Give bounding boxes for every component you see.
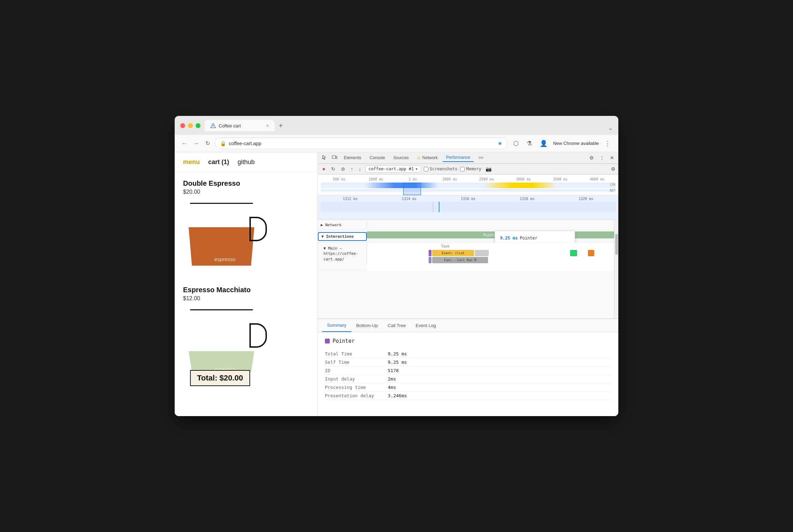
- cursor-line: [439, 202, 439, 212]
- network-track-label[interactable]: ▶ Network: [318, 221, 367, 229]
- summary-val-input-delay: 2ms: [388, 376, 396, 382]
- browser-window: Coffee cart × + ⌄ ← → ↻ 🔒 coffee-cart.ap…: [175, 116, 618, 416]
- summary-panel: Summary Bottom-Up Call Tree Event Log Po…: [318, 318, 618, 416]
- product-espresso-macchiato: Espresso Macchiato $12.00 espresso Total…: [183, 286, 309, 383]
- zoom-1316: 1316 ms: [439, 197, 498, 201]
- devtools-toolbar2: ● ↻ ⊘ ↑ ↓ coffee-cart.app #1 ▾ Screensho…: [318, 164, 618, 175]
- interactions-track-label[interactable]: ▼ Interactions: [318, 232, 367, 241]
- summary-pointer-badge: Pointer: [325, 338, 611, 344]
- tab-title: Coffee cart: [219, 123, 241, 128]
- screenshots-checkbox[interactable]: [424, 167, 428, 171]
- back-button[interactable]: ←: [180, 140, 189, 147]
- tab-console-button[interactable]: Console: [366, 154, 388, 162]
- tab-network-button[interactable]: ⚠ Network: [414, 154, 441, 162]
- summary-tab-summary[interactable]: Summary: [322, 319, 351, 332]
- close-devtools-button[interactable]: ✕: [609, 154, 616, 161]
- scrollbar-thumb[interactable]: [615, 234, 618, 255]
- address-input[interactable]: 🔒 coffee-cart.app ★: [215, 138, 508, 149]
- summary-key-presentation-delay: Presentation delay: [325, 393, 388, 398]
- flame-orange: [588, 250, 594, 256]
- summary-tabs: Summary Bottom-Up Call Tree Event Log: [318, 319, 618, 332]
- zoomed-selection[interactable]: [321, 202, 616, 212]
- reload-button[interactable]: ↻: [204, 139, 211, 147]
- cup-illustration[interactable]: espresso: [183, 199, 267, 276]
- flame-row-2: F...l Func...Call Run M: [429, 257, 488, 263]
- nav-cart-link[interactable]: cart (1): [208, 158, 229, 166]
- lab-button[interactable]: ⚗: [524, 139, 534, 148]
- website-panel: menu cart (1) github Double Espresso $20…: [175, 152, 318, 416]
- minimize-button[interactable]: [188, 123, 193, 128]
- flame-f-block[interactable]: F...l: [429, 257, 431, 263]
- session-selector[interactable]: coffee-cart.app #1 ▾: [365, 165, 421, 172]
- screenshots-checkbox-label[interactable]: Screenshots: [424, 167, 457, 171]
- tab-more-button[interactable]: >>: [475, 154, 487, 162]
- browser-content: menu cart (1) github Double Espresso $20…: [175, 152, 618, 416]
- more-options-button[interactable]: ⋮: [598, 154, 606, 161]
- interactions-track: ▼ Interactions Pointer 9.25 ms: [318, 230, 614, 243]
- settings-icon-button[interactable]: ⚙: [588, 154, 595, 161]
- security-icon: 🔒: [220, 141, 226, 146]
- maximize-button[interactable]: [196, 123, 201, 128]
- tab-elements-button[interactable]: Elements: [340, 154, 365, 162]
- memory-checkbox-label[interactable]: Memory: [460, 167, 481, 171]
- forward-button[interactable]: →: [192, 140, 201, 147]
- summary-tab-eventlog[interactable]: Event Log: [411, 319, 441, 332]
- flame-row-1: E...p Event: click: [429, 250, 489, 256]
- timeline-ruler: 500 ms 1000 ms 1 ms 2000 ms 2500 ms 3000…: [318, 176, 618, 183]
- summary-row-total-time: Total Time 9.25 ms: [325, 350, 611, 358]
- download-button[interactable]: ↓: [357, 165, 363, 172]
- close-button[interactable]: [180, 123, 185, 128]
- product-double-espresso: Double Espresso $20.00 espresso: [183, 179, 309, 276]
- pointer-interaction-bar[interactable]: Pointer: [367, 231, 614, 238]
- tracks-container: ▶ Network ▼ Interactions Pointer: [318, 220, 618, 318]
- nav-menu-link[interactable]: menu: [183, 158, 200, 166]
- summary-row-input-delay: Input delay 2ms: [325, 375, 611, 383]
- zoom-1320: 1320 ms: [556, 197, 616, 201]
- flame-event-click[interactable]: Event: click: [432, 250, 474, 256]
- net-bar: NET: [321, 189, 616, 192]
- device-icon: [332, 155, 337, 160]
- cup-illustration-2[interactable]: espresso Total: $20.00: [183, 306, 267, 383]
- reload-record-button[interactable]: ↻: [330, 165, 337, 172]
- new-tab-button[interactable]: +: [276, 120, 286, 131]
- devtools-settings2-button[interactable]: ⚙: [611, 166, 616, 172]
- zoom-1312: 1312 ms: [321, 197, 380, 201]
- flame-purple[interactable]: E...p: [429, 250, 431, 256]
- profile-button[interactable]: 👤: [538, 139, 550, 148]
- browser-tab[interactable]: Coffee cart ×: [205, 120, 275, 131]
- upload-button[interactable]: ↑: [349, 165, 355, 172]
- devtools-icons: ⚙ ⋮ ✕: [588, 154, 616, 161]
- product-name: Espresso Macchiato: [183, 286, 309, 294]
- bookmark-icon[interactable]: ★: [497, 140, 502, 147]
- scrollbar[interactable]: [614, 220, 618, 318]
- new-chrome-button[interactable]: New Chrome available: [553, 141, 599, 146]
- summary-tab-calltree[interactable]: Call Tree: [383, 319, 411, 332]
- timeline-overview: 500 ms 1000 ms 1 ms 2000 ms 2500 ms 3000…: [318, 175, 618, 195]
- main-track-content[interactable]: Task E...p Event: click: [367, 243, 614, 271]
- summary-val-presentation-delay: 3.246ms: [388, 393, 407, 398]
- flame-func-call[interactable]: Func...Call Run M: [432, 257, 488, 263]
- ruler-3500ms: 3500 ms: [542, 177, 579, 181]
- ruler-500ms: 500 ms: [321, 177, 358, 181]
- more-button[interactable]: ⋮: [602, 139, 613, 148]
- interactions-track-content[interactable]: Pointer 9.25 ms Pointer Input de: [367, 230, 614, 243]
- site-nav: menu cart (1) github: [175, 152, 318, 172]
- capture-screenshot-button[interactable]: 📷: [484, 165, 493, 172]
- memory-checkbox[interactable]: [460, 167, 465, 171]
- extensions-button[interactable]: ⬡: [511, 139, 521, 148]
- responsive-mode-button[interactable]: [330, 154, 339, 162]
- flame-gray-block: [475, 250, 489, 256]
- main-track-label-text: ▼ Main — https://coffee-cart.app/: [321, 244, 364, 263]
- summary-val-processing-time: 4ms: [388, 385, 396, 390]
- clear-button[interactable]: ⊘: [340, 165, 347, 172]
- record-button[interactable]: ●: [321, 165, 327, 173]
- tab-menu-button[interactable]: ⌄: [608, 125, 613, 131]
- tab-close-button[interactable]: ×: [266, 123, 269, 128]
- element-picker-button[interactable]: [321, 154, 329, 162]
- tab-performance-button[interactable]: Performance: [443, 154, 474, 162]
- tab-sources-button[interactable]: Sources: [390, 154, 412, 162]
- nav-github-link[interactable]: github: [238, 158, 255, 166]
- summary-tab-bottomup[interactable]: Bottom-Up: [351, 319, 383, 332]
- timeline-selection[interactable]: [403, 183, 421, 195]
- ruler-1ms: 1 ms: [394, 177, 431, 181]
